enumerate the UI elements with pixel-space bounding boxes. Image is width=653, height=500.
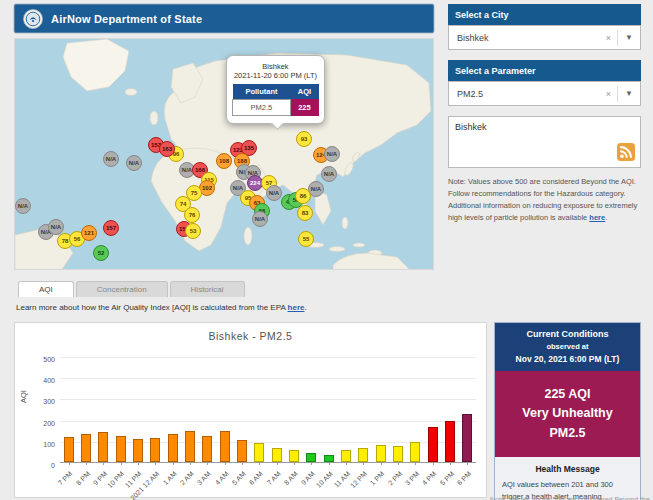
map-marker[interactable]: N/A — [126, 155, 142, 171]
chart-bar[interactable] — [64, 437, 74, 462]
chart-bar[interactable] — [428, 427, 438, 462]
x-tick-label: 8 AM — [283, 470, 299, 486]
chart-bar[interactable] — [98, 432, 108, 462]
chart-bar[interactable] — [202, 436, 212, 462]
aqi-chart-panel: Bishkek - PM2.5 AQI 0100200300400500 7 P… — [14, 322, 487, 498]
chart-bar[interactable] — [324, 455, 334, 462]
map-marker[interactable]: 93 — [296, 131, 312, 147]
x-tick — [277, 462, 278, 465]
map-marker[interactable]: 55 — [298, 231, 314, 247]
chart-bar[interactable] — [341, 450, 351, 462]
city-feed-box: Bishkek — [448, 116, 641, 168]
city-select[interactable]: Bishkek × ▼ — [448, 25, 641, 50]
clear-city-icon[interactable]: × — [600, 33, 617, 43]
chart-bar[interactable] — [81, 434, 91, 462]
x-tick-label: 6 AM — [248, 470, 264, 486]
x-tick — [86, 462, 87, 465]
chart-bar[interactable] — [150, 438, 160, 462]
cc-datetime: Nov 20, 2021 6:00 PM (LT) — [499, 354, 636, 364]
chart-bar[interactable] — [289, 450, 299, 462]
gridline — [60, 421, 476, 422]
cc-category: Very Unhealthy — [499, 404, 636, 423]
chart-bar[interactable] — [376, 445, 386, 462]
map-marker[interactable]: 52 — [93, 245, 109, 261]
y-tick-label: 100 — [29, 441, 55, 448]
tab-aqi[interactable]: AQI — [18, 281, 74, 297]
select-parameter-label: Select a Parameter — [455, 66, 536, 76]
map-marker[interactable]: N/A — [321, 166, 337, 182]
cc-observed-label: observed at — [499, 342, 636, 351]
map-marker[interactable]: N/A — [103, 151, 119, 167]
cc-footnote: Note: Values above 500 are considered Be… — [490, 496, 650, 500]
learn-more-here-link[interactable]: here — [288, 303, 305, 312]
x-tick-label: 6 PM — [456, 470, 473, 487]
map-marker[interactable]: 157 — [103, 220, 119, 236]
x-tick — [207, 462, 208, 465]
map-marker[interactable]: 108 — [216, 153, 232, 169]
x-tick — [415, 462, 416, 465]
x-tick — [103, 462, 104, 465]
app-title: AirNow Department of State — [51, 13, 202, 25]
chart-bar[interactable] — [445, 421, 455, 462]
clear-parameter-icon[interactable]: × — [600, 89, 617, 99]
popup-col-pollutant: Pollutant — [233, 84, 291, 100]
map-marker[interactable]: N/A — [15, 198, 31, 214]
chart-bar[interactable] — [220, 431, 230, 462]
x-tick — [242, 462, 243, 465]
chart-bar[interactable] — [133, 439, 143, 462]
feed-city-text: Bishkek — [455, 122, 487, 132]
chart-bar[interactable] — [393, 446, 403, 462]
tab-historical[interactable]: Historical — [170, 281, 245, 297]
map-marker[interactable]: 163 — [159, 141, 175, 157]
map-marker[interactable]: 83 — [297, 205, 313, 221]
chart-bar[interactable] — [358, 448, 368, 462]
tab-concentration[interactable]: Concentration — [76, 281, 168, 297]
world-map[interactable]: N/AN/AN/AN/A78561211575296153163N/AN/A16… — [14, 38, 434, 270]
chart-bar[interactable] — [306, 453, 316, 462]
popup-table: Pollutant AQI PM2.5 225 — [232, 84, 319, 116]
chevron-down-icon[interactable]: ▼ — [617, 86, 640, 102]
x-tick — [433, 462, 434, 465]
popup-datetime: 2021-11-20 6:00 PM (LT) — [232, 71, 319, 80]
x-tick — [363, 462, 364, 465]
map-marker[interactable]: 86 — [295, 188, 311, 204]
x-tick-label: 1 PM — [369, 470, 386, 487]
x-tick-label: 3 PM — [404, 470, 421, 487]
x-tick — [173, 462, 174, 465]
x-tick — [311, 462, 312, 465]
chart-bar[interactable] — [168, 434, 178, 462]
x-tick — [121, 462, 122, 465]
app-header: AirNow Department of State — [14, 4, 434, 33]
y-tick-label: 200 — [29, 420, 55, 427]
x-tick-label: 11 AM — [332, 470, 351, 489]
chart-bar[interactable] — [272, 448, 282, 462]
map-marker[interactable]: 121 — [81, 225, 97, 241]
popup-aqi-value: 225 — [290, 100, 318, 116]
x-tick-label: 10 AM — [315, 470, 334, 489]
x-tick-label: 4 AM — [213, 470, 229, 486]
chart-bar[interactable] — [410, 442, 420, 462]
x-tick-label: 2 AM — [179, 470, 195, 486]
rss-icon[interactable] — [617, 143, 635, 163]
map-marker[interactable]: N/A — [252, 211, 268, 227]
chart-bar[interactable] — [185, 431, 195, 462]
note-here-link[interactable]: here — [589, 213, 605, 222]
chevron-down-icon[interactable]: ▼ — [617, 30, 640, 46]
map-marker[interactable]: N/A — [266, 185, 282, 201]
x-tick — [381, 462, 382, 465]
map-marker[interactable]: 53 — [185, 223, 201, 239]
x-tick — [398, 462, 399, 465]
parameter-select[interactable]: PM2.5 × ▼ — [448, 81, 641, 106]
chart-bar[interactable] — [254, 443, 264, 462]
map-marker[interactable]: N/A — [324, 146, 340, 162]
chart-bar[interactable] — [237, 440, 247, 462]
current-conditions-header: Current Conditions observed at Nov 20, 2… — [495, 323, 640, 371]
x-axis-labels: 7 PM8 PM9 PM10 PM11 PM2021 12 AM1 AM2 AM… — [60, 467, 476, 497]
chart-bar[interactable] — [462, 414, 472, 462]
select-city-label: Select a City — [455, 10, 509, 20]
x-tick — [346, 462, 347, 465]
select-parameter-header: Select a Parameter — [448, 60, 641, 81]
x-tick-label: 5 PM — [438, 470, 455, 487]
x-tick-label: 5 AM — [231, 470, 247, 486]
chart-bar[interactable] — [116, 436, 126, 462]
